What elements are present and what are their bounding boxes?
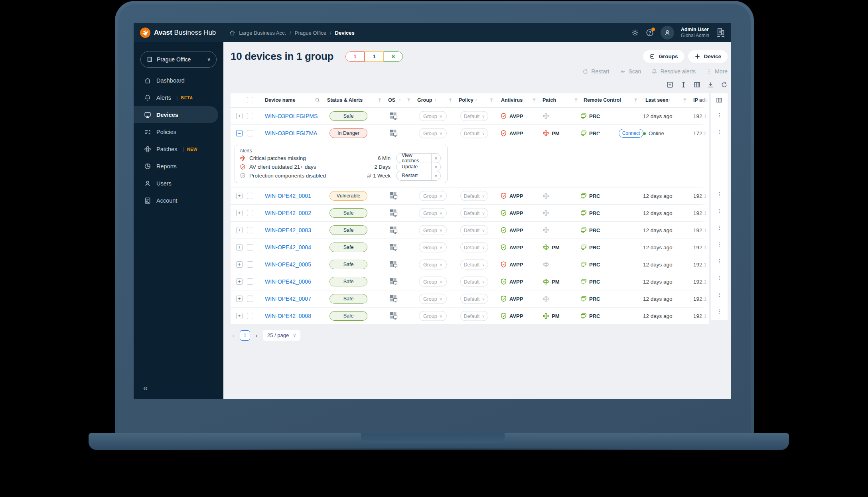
filter-icon[interactable]: [683, 98, 687, 103]
search-icon[interactable]: [315, 97, 320, 103]
columns-settings-button[interactable]: [711, 93, 728, 107]
chevron-down-icon[interactable]: ∨: [431, 171, 440, 180]
expand-row-button[interactable]: +: [236, 244, 243, 250]
policy-select[interactable]: Default∨: [460, 311, 488, 321]
prev-page-button[interactable]: ‹: [231, 332, 236, 339]
home-icon[interactable]: [229, 30, 235, 36]
connect-button[interactable]: Connect: [619, 129, 643, 138]
user-info[interactable]: Admin User Global Admin: [681, 27, 709, 39]
policy-select[interactable]: Default∨: [460, 191, 488, 201]
sort-icon[interactable]: [668, 98, 671, 103]
breadcrumb-item[interactable]: Prague Office: [295, 30, 326, 36]
device-name-link[interactable]: WIN-OPE42_0007: [265, 296, 311, 302]
sidebar-item-devices[interactable]: Devices: [134, 106, 218, 123]
select-all-checkbox[interactable]: [247, 97, 253, 103]
group-select[interactable]: Group∨: [419, 311, 447, 321]
more-button[interactable]: More: [706, 68, 728, 75]
row-menu-button[interactable]: [711, 286, 728, 303]
row-checkbox[interactable]: [247, 113, 253, 119]
chevron-down-icon[interactable]: ∨: [431, 162, 440, 172]
gear-icon[interactable]: [631, 29, 639, 37]
row-checkbox[interactable]: [247, 130, 253, 136]
row-checkbox[interactable]: [247, 210, 253, 216]
expand-row-button[interactable]: +: [236, 227, 243, 233]
row-menu-button[interactable]: [711, 124, 728, 140]
row-checkbox[interactable]: [247, 227, 253, 233]
expand-row-button[interactable]: +: [236, 261, 243, 268]
policy-select[interactable]: Default∨: [460, 225, 488, 235]
add-device-button[interactable]: Device: [688, 50, 728, 63]
row-menu-button[interactable]: [711, 236, 728, 253]
device-name-link[interactable]: WIN-OPE42_0002: [265, 210, 311, 216]
group-select[interactable]: Group∨: [419, 294, 447, 304]
expand-row-button[interactable]: +: [236, 113, 243, 119]
row-menu-button[interactable]: [711, 253, 728, 270]
sidebar-item-account[interactable]: Account: [134, 192, 223, 209]
device-name-link[interactable]: WIN-OPE42_0003: [265, 227, 311, 233]
row-checkbox[interactable]: [247, 278, 253, 285]
groups-button[interactable]: Groups: [643, 50, 684, 63]
row-checkbox[interactable]: [247, 261, 253, 268]
expand-row-button[interactable]: +: [236, 278, 243, 285]
next-page-button[interactable]: ›: [254, 332, 259, 339]
group-select[interactable]: Group∨: [419, 128, 447, 138]
sidebar-item-alerts[interactable]: Alerts|BETA: [134, 89, 223, 106]
sidebar-collapse-button[interactable]: «: [143, 383, 148, 392]
device-name-link[interactable]: WIN-OPE42_0004: [265, 244, 311, 250]
policy-select[interactable]: Default∨: [460, 294, 488, 304]
chevron-down-icon[interactable]: ∨: [431, 154, 440, 163]
group-select[interactable]: Group∨: [419, 208, 447, 218]
device-name-link[interactable]: WIN-O3POLFGIPMS: [265, 113, 318, 119]
resolve-alerts-button[interactable]: Resolve alerts: [651, 68, 696, 75]
refresh-icon-button[interactable]: [721, 81, 728, 88]
policy-select[interactable]: Default∨: [460, 111, 488, 121]
table-icon-button[interactable]: [694, 81, 700, 88]
breadcrumb-item[interactable]: Large Business Acc.: [239, 30, 286, 36]
device-name-link[interactable]: WIN-OPE42_0006: [265, 278, 311, 285]
filter-icon[interactable]: [574, 98, 578, 103]
row-menu-button[interactable]: [711, 186, 728, 203]
policy-select[interactable]: Default∨: [460, 260, 488, 270]
collapse-row-button[interactable]: –: [236, 130, 243, 136]
sidebar-item-patches[interactable]: Patches|NEW: [134, 140, 223, 158]
summary-badge-2[interactable]: 8: [384, 51, 403, 62]
summary-badge-1[interactable]: 1: [365, 51, 384, 62]
row-checkbox[interactable]: [247, 296, 253, 302]
sort-icon[interactable]: [292, 98, 296, 103]
row-checkbox[interactable]: [247, 193, 253, 199]
avatar[interactable]: [661, 26, 674, 39]
sidebar-item-users[interactable]: Users: [134, 175, 223, 192]
row-menu-button[interactable]: [711, 303, 728, 320]
device-name-link[interactable]: WIN-OPE42_0005: [265, 261, 311, 268]
sidebar-item-reports[interactable]: Reports: [134, 158, 223, 175]
expand-row-button[interactable]: +: [236, 296, 243, 302]
row-menu-button[interactable]: [711, 219, 728, 236]
group-select[interactable]: Group∨: [419, 243, 447, 252]
restart-button[interactable]: Restart∨: [396, 171, 441, 181]
page-number[interactable]: 1: [240, 330, 250, 341]
page-size-select[interactable]: 25 / page ∨: [263, 330, 300, 341]
sort-icon[interactable]: [361, 98, 364, 103]
sort-icon[interactable]: [434, 98, 437, 103]
filter-icon[interactable]: [532, 98, 537, 103]
row-menu-button[interactable]: [711, 203, 728, 219]
expand-row-button[interactable]: +: [236, 210, 243, 216]
summary-badge-0[interactable]: 1: [345, 51, 365, 62]
scan-button[interactable]: Scan: [619, 68, 641, 75]
policy-select[interactable]: Default∨: [460, 208, 488, 218]
row-menu-button[interactable]: [711, 107, 728, 124]
text-cursor-icon-button[interactable]: [680, 81, 687, 88]
filter-icon[interactable]: [377, 98, 382, 103]
view-patches-button[interactable]: View patches∨: [396, 153, 441, 163]
expand-row-button[interactable]: +: [236, 193, 243, 199]
org-selector[interactable]: Prague Office ∨: [140, 51, 217, 68]
policy-select[interactable]: Default∨: [460, 277, 488, 287]
filter-icon[interactable]: [633, 98, 638, 103]
device-name-link[interactable]: WIN-OPE42_0008: [265, 313, 311, 319]
group-select[interactable]: Group∨: [419, 111, 447, 121]
row-checkbox[interactable]: [247, 313, 253, 319]
org-switcher-icon[interactable]: [716, 28, 726, 37]
sort-icon[interactable]: [474, 98, 478, 103]
filter-icon[interactable]: [489, 98, 494, 103]
filter-icon[interactable]: [448, 98, 453, 103]
